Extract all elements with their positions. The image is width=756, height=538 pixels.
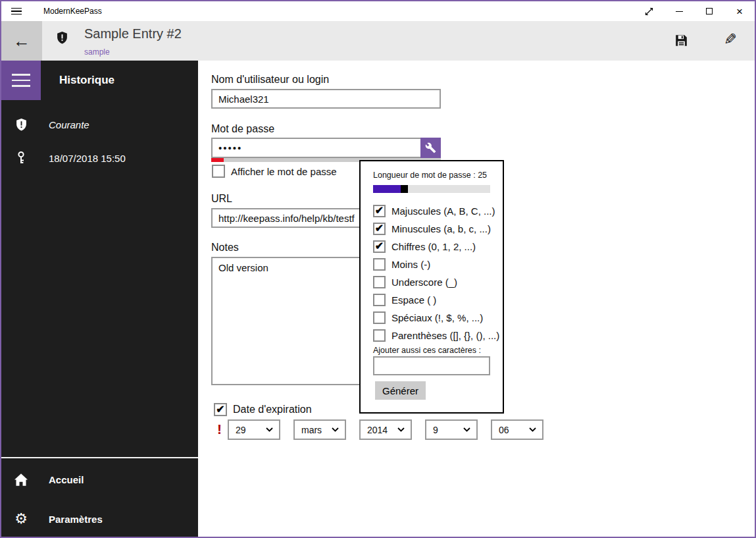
option-label: Minuscules (a, b, c, ...) (391, 223, 491, 234)
custom-chars-input[interactable] (373, 356, 490, 375)
option-label: Chiffres (0, 1, 2, ...) (391, 241, 476, 252)
minus-checkbox[interactable] (373, 258, 386, 271)
pencil-icon: ✎ (724, 30, 737, 48)
back-button[interactable]: ← (1, 21, 42, 61)
app-window: ModernKeePass × ← Sample Entry #2 sample… (0, 0, 756, 538)
shield-exclamation-icon (1, 119, 41, 131)
option-underscore[interactable]: Underscore (_) (373, 273, 499, 291)
option-digits[interactable]: Chiffres (0, 1, 2, ...) (373, 238, 499, 256)
wrench-icon (425, 142, 436, 153)
option-label: Espace ( ) (391, 294, 436, 306)
maximize-button[interactable] (694, 1, 724, 21)
day-select[interactable]: 29 (228, 419, 280, 440)
option-minus[interactable]: Moins (-) (373, 256, 499, 273)
password-field-group (211, 138, 441, 158)
custom-chars-label: Ajouter aussi ces caractères : (373, 346, 481, 355)
entry-group-link[interactable]: sample (84, 47, 110, 57)
notes-label: Notes (211, 242, 239, 254)
home-icon (1, 473, 41, 486)
password-length-slider[interactable] (373, 185, 490, 193)
option-special[interactable]: Spéciaux (!, $, %, ...) (373, 309, 499, 327)
option-uppercase[interactable]: Majuscules (A, B, C, ...) (373, 202, 499, 220)
generate-button[interactable]: Générer (375, 381, 426, 400)
entry-form: Nom d'utilisateur ou login Mot de passe … (198, 61, 755, 537)
minute-select[interactable]: 06 (491, 419, 543, 440)
lowercase-checkbox[interactable] (373, 223, 386, 235)
back-arrow-icon: ← (13, 31, 30, 51)
option-label: Moins (-) (391, 259, 430, 270)
history-item-label: 18/07/2018 15:50 (49, 153, 126, 164)
option-brackets[interactable]: Parenthèses ([], {}, (), ...) (373, 327, 499, 344)
password-generator-popup: Longueur de mot de passe : 25 Majuscules… (359, 160, 504, 414)
brackets-checkbox[interactable] (373, 329, 386, 342)
password-input[interactable] (211, 138, 441, 158)
username-input[interactable] (211, 89, 441, 109)
page-title: Sample Entry #2 (84, 26, 182, 41)
chevron-down-icon (332, 427, 339, 432)
minimize-button[interactable] (664, 1, 694, 21)
expiration-label: Date d'expiration (233, 404, 312, 416)
gear-icon: ⚙ (1, 512, 41, 526)
show-password-row[interactable]: Afficher le mot de passe (212, 165, 337, 178)
chevron-down-icon (397, 427, 405, 432)
sidebar-item-label: Paramètres (49, 514, 103, 525)
sidebar-item-settings[interactable]: ⚙ Paramètres (1, 504, 198, 533)
username-label: Nom d'utilisateur ou login (211, 74, 329, 86)
history-item-current[interactable]: Courante (1, 110, 198, 139)
title-bar: ModernKeePass × (1, 1, 755, 21)
titlebar-menu-icon[interactable] (1, 1, 32, 21)
slider-fill (373, 185, 401, 193)
history-sidebar: Historique Courante 18/07/2018 15:50 Acc… (1, 61, 198, 537)
sidebar-item-label: Accueil (49, 474, 84, 485)
charset-option-list: Majuscules (A, B, C, ...) Minuscules (a,… (373, 202, 499, 344)
month-value: mars (301, 425, 332, 435)
nav-menu-button[interactable] (1, 61, 41, 100)
password-generator-button[interactable] (420, 138, 441, 158)
expiration-checkbox[interactable] (214, 403, 227, 416)
month-select[interactable]: mars (293, 419, 346, 440)
chevron-down-icon (463, 427, 470, 432)
close-button[interactable]: × (724, 1, 755, 21)
hamburger-icon (11, 8, 22, 15)
sidebar-heading: Historique (59, 61, 114, 100)
chevron-down-icon (266, 427, 273, 432)
close-icon: × (736, 6, 743, 17)
chevron-down-icon (529, 427, 536, 432)
fullscreen-button[interactable] (634, 1, 664, 21)
year-value: 2014 (367, 425, 397, 435)
sidebar-item-home[interactable]: Accueil (1, 465, 198, 494)
digits-checkbox[interactable] (373, 240, 386, 253)
option-label: Parenthèses ([], {}, (), ...) (391, 330, 499, 341)
option-label: Spéciaux (!, $, %, ...) (391, 312, 483, 323)
minute-value: 06 (499, 425, 529, 435)
history-item-label: Courante (49, 119, 89, 130)
diagonal-resize-icon (645, 7, 653, 16)
option-label: Majuscules (A, B, C, ...) (391, 205, 495, 217)
minimize-icon (676, 11, 683, 12)
history-item-entry[interactable]: 18/07/2018 15:50 (1, 144, 198, 173)
year-select[interactable]: 2014 (359, 419, 412, 440)
entry-shield-icon (57, 32, 68, 44)
hour-value: 9 (433, 425, 463, 435)
save-icon (675, 34, 688, 47)
space-checkbox[interactable] (373, 294, 386, 306)
expiration-row[interactable]: Date d'expiration (214, 403, 312, 416)
password-label: Mot de passe (211, 123, 274, 135)
uppercase-checkbox[interactable] (373, 205, 386, 217)
expired-warning-icon: ! (217, 421, 222, 437)
url-label: URL (211, 193, 232, 205)
show-password-label: Afficher le mot de passe (231, 166, 337, 177)
password-length-label: Longueur de mot de passe : 25 (373, 171, 487, 180)
slider-thumb[interactable] (401, 185, 408, 193)
app-title: ModernKeePass (43, 7, 102, 16)
underscore-checkbox[interactable] (373, 276, 386, 288)
save-button[interactable] (675, 34, 688, 47)
special-checkbox[interactable] (373, 311, 386, 324)
option-space[interactable]: Espace ( ) (373, 291, 499, 309)
option-lowercase[interactable]: Minuscules (a, b, c, ...) (373, 220, 499, 238)
hour-select[interactable]: 9 (425, 419, 478, 440)
day-value: 29 (236, 425, 266, 435)
show-password-checkbox[interactable] (212, 165, 225, 178)
option-label: Underscore (_) (391, 277, 457, 288)
edit-button[interactable]: ✎ (724, 30, 737, 49)
